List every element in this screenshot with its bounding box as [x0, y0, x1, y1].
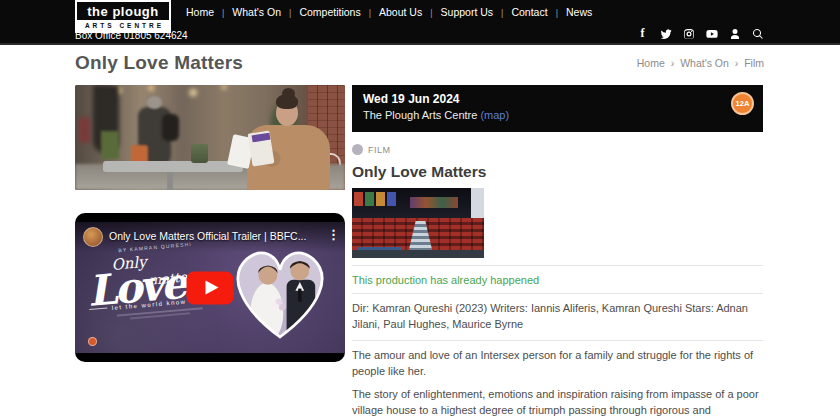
twitter-icon[interactable]	[659, 27, 672, 40]
credits-line: Dir: Kamran Qureshi (2023) Writers: Iann…	[352, 301, 763, 333]
breadcrumb-separator: ›	[671, 57, 675, 69]
photo-green-bin	[101, 131, 119, 159]
box-office-phone: Box Office 01805 624624	[75, 30, 188, 41]
site-logo[interactable]: the plough ARTS CENTRE	[75, 0, 171, 33]
nav-item-whats-on[interactable]: What's On	[232, 6, 281, 18]
synopsis-paragraph-1: The amour and love of an Intersex person…	[352, 348, 763, 380]
category-dot-icon	[352, 144, 363, 155]
auditorium-floor	[352, 250, 484, 258]
synopsis-paragraph-2: The story of enlightenment, emotions and…	[352, 387, 763, 420]
breadcrumb-separator: ›	[735, 57, 739, 69]
production-logo	[88, 337, 97, 346]
event-info-bar: Wed 19 Jun 2024 The Plough Arts Centre (…	[352, 85, 763, 132]
divider	[352, 340, 763, 341]
photo-backpack	[162, 114, 179, 141]
photo-pedestrian	[79, 117, 90, 143]
instagram-icon[interactable]	[682, 27, 695, 40]
logo-line1: the plough	[75, 0, 171, 20]
nav-separator: |	[430, 8, 432, 18]
page-title: Only Love Matters	[75, 52, 243, 74]
nav-separator: |	[556, 8, 558, 18]
video-menu-icon[interactable]: ⋮	[327, 227, 340, 242]
photo-cup	[191, 144, 208, 163]
nav-item-support-us[interactable]: Support Us	[441, 6, 494, 18]
nav-separator: |	[222, 8, 224, 18]
category-row: FILM	[352, 144, 763, 155]
divider	[352, 265, 763, 266]
page: the plough ARTS CENTRE Box Office 01805 …	[0, 0, 840, 420]
channel-avatar[interactable]	[83, 227, 103, 247]
nav-item-home[interactable]: Home	[186, 6, 214, 18]
breadcrumb-whats-on[interactable]: What's On	[680, 57, 729, 69]
account-icon[interactable]	[728, 27, 741, 40]
event-details: Wed 19 Jun 2024 The Plough Arts Centre (…	[352, 85, 763, 420]
photo-table	[103, 161, 243, 172]
media-column: BY KAMRAN QURESHI Only Love matters let …	[75, 85, 345, 375]
video-thumbnail: BY KAMRAN QURESHI Only Love matters let …	[75, 222, 345, 353]
auditorium-photo	[352, 188, 484, 258]
bbfc-rating-badge: 12A	[731, 92, 754, 115]
photo-woman-bun	[282, 88, 295, 99]
photo-pedestrian-head	[147, 96, 162, 109]
divider	[352, 293, 763, 294]
map-link[interactable]: (map)	[480, 109, 509, 121]
event-title: Only Love Matters	[352, 163, 763, 181]
site-header: the plough ARTS CENTRE Box Office 01805 …	[0, 0, 840, 45]
breadcrumb: Home › What's On › Film	[637, 57, 764, 69]
category-label: FILM	[368, 145, 391, 155]
video-title[interactable]: Only Love Matters Official Trailer | BBF…	[109, 230, 327, 242]
nav-item-news[interactable]: News	[566, 6, 592, 18]
facebook-icon[interactable]: f	[636, 27, 649, 40]
photo-table-leg	[167, 172, 173, 190]
auditorium-posters	[354, 192, 396, 206]
youtube-trailer-embed[interactable]: BY KAMRAN QURESHI Only Love matters let …	[75, 213, 345, 362]
breadcrumb-film[interactable]: Film	[744, 57, 764, 69]
nav-separator: |	[501, 8, 503, 18]
nav-item-competitions[interactable]: Competitions	[299, 6, 360, 18]
heart-photo-frame	[225, 242, 335, 344]
production-status: This production has already happened	[352, 274, 763, 286]
youtube-icon[interactable]	[705, 27, 718, 40]
event-venue: The Plough Arts Centre (map)	[363, 109, 752, 121]
main-nav: Home|What's On|Competitions|About Us|Sup…	[186, 6, 592, 18]
nav-separator: |	[289, 8, 291, 18]
auditorium-mural	[410, 197, 458, 208]
gallery-photo-cafe-scene[interactable]	[75, 85, 345, 190]
breadcrumb-home[interactable]: Home	[637, 57, 665, 69]
youtube-play-button[interactable]	[187, 271, 234, 304]
search-icon[interactable]	[751, 27, 764, 40]
nav-item-about-us[interactable]: About Us	[379, 6, 422, 18]
nav-item-contact[interactable]: Contact	[511, 6, 547, 18]
nav-separator: |	[369, 8, 371, 18]
event-date: Wed 19 Jun 2024	[363, 92, 752, 106]
header-social-icons: f	[636, 27, 764, 40]
auditorium-front-rail	[358, 247, 402, 250]
